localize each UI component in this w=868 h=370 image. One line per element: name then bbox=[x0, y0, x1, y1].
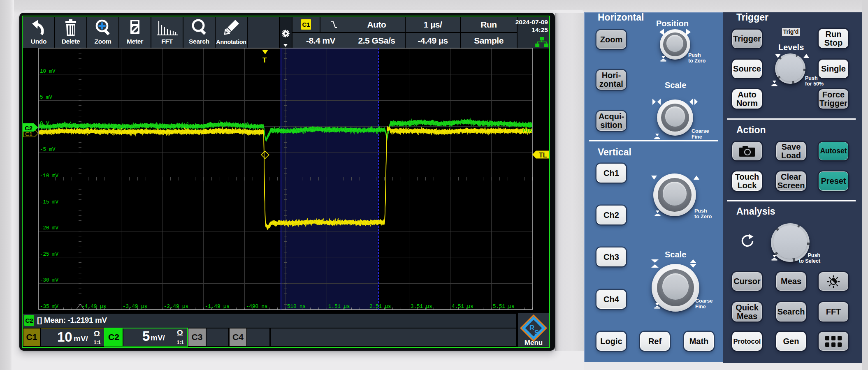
svg-text:-490 ns: -490 ns bbox=[246, 304, 268, 310]
svg-text:4.51 µs: 4.51 µs bbox=[452, 304, 473, 310]
svg-text:5 mV: 5 mV bbox=[40, 95, 53, 100]
svg-text:3.51 µs: 3.51 µs bbox=[411, 304, 432, 310]
svg-text:R: R bbox=[529, 324, 534, 332]
svg-text:-25 mV: -25 mV bbox=[40, 252, 59, 257]
svg-text:-15 mV: -15 mV bbox=[40, 199, 59, 205]
svg-text:-2.49 µs: -2.49 µs bbox=[164, 304, 188, 310]
svg-text:TL: TL bbox=[539, 152, 547, 159]
svg-text:-30 mV: -30 mV bbox=[40, 278, 59, 283]
svg-text:C1: C1 bbox=[25, 131, 32, 137]
svg-text:10 mV: 10 mV bbox=[40, 69, 56, 74]
svg-text:-4.49 µs: -4.49 µs bbox=[81, 304, 106, 310]
svg-text:1.51 µs: 1.51 µs bbox=[328, 304, 350, 310]
svg-text:T: T bbox=[262, 56, 267, 64]
svg-text:5.51 µs: 5.51 µs bbox=[493, 304, 515, 310]
svg-text:-1.49 µs: -1.49 µs bbox=[205, 304, 230, 310]
svg-text:510 ns: 510 ns bbox=[287, 304, 306, 310]
svg-text:-20 mV: -20 mV bbox=[40, 225, 59, 231]
svg-text:-35 mV: -35 mV bbox=[40, 304, 59, 310]
svg-text:S: S bbox=[534, 329, 539, 337]
svg-text:PIK: PIK bbox=[523, 128, 532, 134]
svg-text:-3.49 µs: -3.49 µs bbox=[123, 304, 147, 310]
svg-text:2.51 µs: 2.51 µs bbox=[369, 304, 391, 310]
svg-text:C2: C2 bbox=[25, 125, 32, 132]
svg-text:-10 mV: -10 mV bbox=[40, 173, 59, 179]
svg-text:-5 mV: -5 mV bbox=[40, 147, 56, 153]
